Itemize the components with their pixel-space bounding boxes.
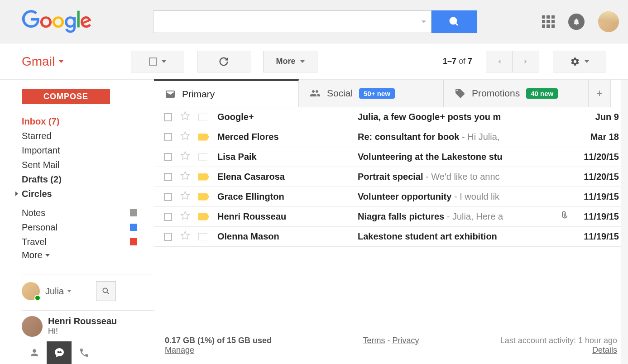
compose-button[interactable]: COMPOSE	[22, 89, 110, 104]
nav-item-sent[interactable]: Sent Mail	[22, 158, 154, 172]
google-logo[interactable]	[22, 10, 92, 34]
hangouts-icon	[54, 347, 65, 358]
nav-item-starred[interactable]: Starred	[22, 129, 154, 143]
nav-item-inbox[interactable]: Inbox (7)	[22, 114, 154, 129]
scrollbar[interactable]	[621, 80, 628, 364]
privacy-link[interactable]: Privacy	[392, 336, 419, 345]
more-labels-toggle[interactable]: More	[22, 250, 154, 260]
search-dropdown-caret[interactable]	[422, 20, 426, 23]
email-star[interactable]	[180, 131, 190, 143]
email-subject: Re: consultant for book	[358, 132, 459, 142]
email-checkbox[interactable]	[164, 213, 172, 221]
attachment-icon	[558, 211, 568, 223]
email-label-icon[interactable]	[198, 213, 209, 220]
hangouts-phone-tab[interactable]	[72, 341, 96, 364]
caret-down-icon	[45, 254, 50, 257]
tab-promotions[interactable]: Promotions40 new	[444, 80, 589, 107]
tab-badge: 40 new	[526, 88, 558, 99]
tab-social[interactable]: Social50+ new	[299, 80, 444, 107]
label-text: Notes	[22, 206, 45, 220]
nav-item-circles[interactable]: Circles	[22, 187, 154, 201]
svg-point-0	[450, 18, 456, 24]
chat-user[interactable]: Julia	[22, 282, 71, 300]
chat-username: Julia	[45, 286, 64, 297]
tab-primary[interactable]: Primary	[154, 79, 299, 107]
star-icon	[180, 151, 190, 161]
label-notes[interactable]: Notes	[22, 206, 137, 220]
label-text: Personal	[22, 220, 58, 235]
nav-item-drafts[interactable]: Drafts (2)	[22, 172, 154, 187]
nav-item-important[interactable]: Important	[22, 143, 154, 158]
label-personal[interactable]: Personal	[22, 220, 137, 235]
svg-line-1	[455, 23, 458, 25]
email-label-icon[interactable]	[198, 233, 209, 240]
nav-item-label: Drafts (2)	[22, 172, 62, 187]
email-label-icon[interactable]	[198, 114, 209, 121]
nav-item-label: Important	[22, 143, 60, 158]
select-all-button[interactable]	[131, 51, 184, 72]
chat-search-button[interactable]	[96, 281, 116, 301]
chat-avatar	[22, 282, 40, 300]
email-star[interactable]	[180, 211, 190, 223]
toolbar: Gmail More 1–7 of 7	[0, 43, 628, 80]
email-star[interactable]	[180, 151, 190, 163]
recent-chat[interactable]: Henri Rousseau Hi!	[22, 310, 154, 337]
email-label-icon[interactable]	[198, 153, 209, 161]
email-checkbox[interactable]	[164, 233, 172, 241]
email-checkbox[interactable]	[164, 133, 172, 141]
hangouts-contacts-tab[interactable]	[22, 341, 47, 364]
nav-item-label: Circles	[22, 187, 52, 201]
email-checkbox[interactable]	[164, 153, 172, 161]
refresh-button[interactable]	[197, 51, 250, 72]
email-label-icon[interactable]	[198, 134, 209, 141]
email-label-icon[interactable]	[198, 173, 209, 181]
refresh-icon	[219, 57, 229, 67]
search-button[interactable]	[431, 10, 477, 33]
email-subject-wrap: Volunteer opportunity - I would lik	[358, 192, 574, 202]
more-button[interactable]: More	[263, 51, 317, 72]
email-row[interactable]: Henri RousseauNiagra falls pictures - Ju…	[154, 207, 628, 227]
search-icon	[101, 287, 110, 296]
email-date: 11/19/15	[574, 192, 619, 202]
prev-page-button[interactable]	[486, 51, 513, 72]
details-link[interactable]: Details	[592, 345, 617, 354]
notifications-icon[interactable]	[568, 14, 585, 30]
star-icon	[180, 171, 190, 181]
user-avatar[interactable]	[598, 11, 619, 32]
email-row[interactable]: Elena CasarosaPortrait special - We'd li…	[154, 167, 628, 187]
terms-link[interactable]: Terms	[363, 336, 385, 345]
email-star[interactable]	[180, 111, 190, 123]
email-row[interactable]: Olenna MasonLakestone student art exhibi…	[154, 227, 628, 247]
email-star[interactable]	[180, 230, 190, 243]
tab-label: Primary	[182, 89, 215, 100]
email-date: 11/19/15	[574, 211, 619, 222]
label-travel[interactable]: Travel	[22, 235, 137, 249]
search-wrap	[153, 10, 477, 33]
tab-label: Social	[327, 88, 353, 99]
email-checkbox[interactable]	[164, 193, 172, 201]
caret-down-icon	[58, 60, 64, 63]
settings-button[interactable]	[553, 51, 606, 72]
email-label-icon[interactable]	[198, 193, 209, 201]
email-checkbox[interactable]	[164, 113, 172, 121]
search-input[interactable]	[153, 10, 431, 33]
gmail-menu[interactable]: Gmail	[22, 54, 64, 69]
email-row[interactable]: Grace EllingtonVolunteer opportunity - I…	[154, 187, 628, 207]
pagination-nav	[486, 51, 539, 72]
chat-tabs	[22, 341, 154, 364]
email-checkbox[interactable]	[164, 173, 172, 181]
header	[0, 0, 628, 43]
manage-storage-link[interactable]: Manage	[165, 345, 194, 354]
email-row[interactable]: Lisa PaikVolunteering at the Lakestone s…	[154, 147, 628, 167]
email-star[interactable]	[180, 171, 190, 183]
caret-down-icon	[67, 290, 71, 292]
apps-icon[interactable]	[542, 15, 555, 28]
email-subject: Volunteering at the Lakestone stu	[358, 152, 503, 162]
add-tab-button[interactable]: +	[589, 80, 611, 107]
next-page-button[interactable]	[513, 51, 539, 72]
nav-item-label: Starred	[22, 129, 52, 143]
hangouts-chats-tab[interactable]	[47, 341, 72, 364]
email-row[interactable]: Google+Julia, a few Google+ posts you mJ…	[154, 107, 628, 127]
email-star[interactable]	[180, 191, 190, 203]
email-row[interactable]: Merced FloresRe: consultant for book - H…	[154, 127, 628, 147]
